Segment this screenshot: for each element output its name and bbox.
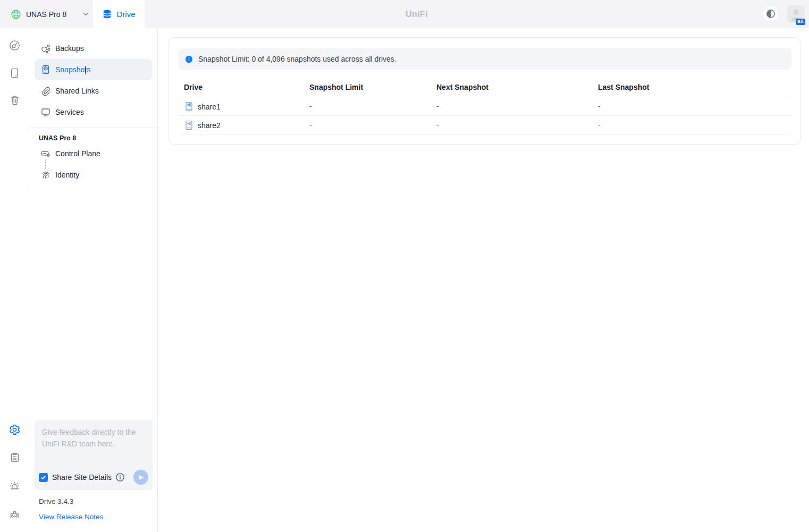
table-header-row: Drive Snapshot Limit Next Snapshot Last … [179,79,790,97]
globe-icon [11,9,21,20]
info-filled-icon [185,55,193,63]
share-site-details-checkbox[interactable] [39,473,48,482]
send-feedback-button[interactable] [133,470,148,485]
sidebar-item-label: Snapshots [55,65,90,74]
tab-drive-label: Drive [116,10,135,19]
cell-next-snapshot: - [436,116,439,134]
share-site-details-label: Share Site Details [52,473,112,482]
sidebar-item-control-plane[interactable]: Control Plane [35,143,152,164]
chevron-down-icon [83,12,89,16]
services-monitor-icon [40,107,51,117]
sidebar-item-label: Control Plane [55,149,100,158]
drive-name: share1 [198,103,221,111]
dashboard-gauge-icon[interactable] [0,35,29,56]
drive-icon[interactable] [0,62,29,83]
cell-snapshot-limit: - [309,116,312,134]
sidebar-separator [29,190,157,190]
sidebar-item-backups[interactable]: Backups [35,38,152,59]
settings-gear-icon[interactable] [0,419,29,440]
unifi-logo: UniFi [406,0,428,28]
info-outline-icon[interactable] [115,472,125,482]
sidebar-item-snapshots[interactable]: Snapshots [35,59,152,80]
site-switcher[interactable]: UNAS Pro 8 [7,0,92,28]
send-plane-icon [138,474,145,481]
database-icon [102,9,112,19]
cell-next-snapshot: - [436,97,439,116]
trash-icon[interactable] [0,90,29,111]
sidebar-item-identity[interactable]: Identity [35,164,152,185]
admins-users-icon[interactable] [0,503,29,525]
avatar-badge: EA [796,19,805,25]
snapshot-limit-text: Snapshot Limit: 0 of 4,096 snapshots use… [198,55,397,63]
snapshot-limit-banner: Snapshot Limit: 0 of 4,096 snapshots use… [179,48,791,70]
feedback-box: Share Site Details [35,420,153,490]
main-content: Snapshot Limit: 0 of 4,096 snapshots use… [158,28,809,532]
sidebar: Backups Snapshots Shared Links [29,28,158,532]
sidebar-separator [29,128,157,128]
cell-snapshot-limit: - [309,97,312,116]
sidebar-item-services[interactable]: Services [35,102,152,123]
snapshots-card: Snapshot Limit: 0 of 4,096 snapshots use… [168,37,800,145]
text-caret [85,66,86,74]
logs-clipboard-icon[interactable] [0,447,29,468]
app-version: Drive 3.4.3 [39,497,73,505]
sidebar-item-label: Backups [55,44,84,53]
shared-drive-icon [185,102,193,112]
table-row[interactable]: share1 - - - [179,97,790,116]
column-header-drive: Drive [184,79,203,95]
sidebar-item-label: Identity [55,171,79,179]
drive-name: share2 [198,121,221,130]
tab-drive[interactable]: Drive [93,0,145,28]
snapshots-table: Drive Snapshot Limit Next Snapshot Last … [179,79,790,134]
sidebar-item-label: Shared Links [55,87,99,95]
sidebar-item-label: Services [55,108,84,116]
view-release-notes-link[interactable]: View Release Notes [39,513,103,521]
column-header-snapshot-limit: Snapshot Limit [309,79,363,95]
sidebar-section-title: UNAS Pro 8 [39,134,157,142]
icon-rail [0,28,29,532]
backups-nodes-icon [40,43,51,54]
cell-last-snapshot: - [598,116,601,134]
feedback-input[interactable] [35,420,153,467]
contrast-toggle-icon [766,9,776,19]
shared-links-paperclip-icon [40,86,51,96]
shared-drive-icon [185,120,193,130]
snapshots-drive-clock-icon [40,64,51,75]
theme-contrast-toggle[interactable] [763,6,778,21]
checkbox-check-icon [40,475,46,480]
dotted-connector [45,159,46,168]
identity-fingerprint-icon [40,170,51,180]
top-bar: UNAS Pro 8 Drive UniFi [0,0,809,28]
alerts-siren-icon[interactable] [0,475,29,496]
site-name: UNAS Pro 8 [26,10,66,19]
table-row[interactable]: share2 - - - [179,116,790,134]
cell-last-snapshot: - [598,97,601,116]
column-header-next-snapshot: Next Snapshot [436,79,488,95]
sidebar-item-shared-links[interactable]: Shared Links [35,80,152,102]
column-header-last-snapshot: Last Snapshot [598,79,649,95]
control-plane-server-icon [40,148,51,159]
user-avatar[interactable]: EA [787,5,805,23]
